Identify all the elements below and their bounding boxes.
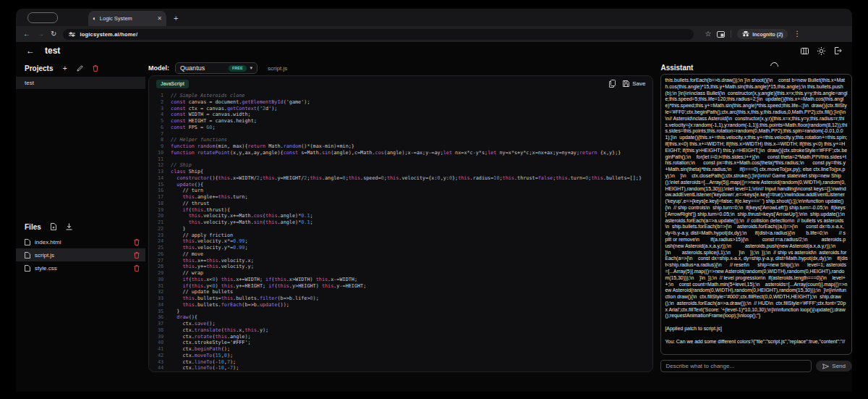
active-file-tab[interactable]: script.js (268, 65, 287, 72)
incognito-label: Incognito (2) (752, 32, 783, 37)
app-body: Projects + test Files (16, 59, 852, 392)
code-line: 7 (149, 131, 652, 138)
code-line: 16 // turn (149, 188, 652, 194)
copy-code-icon[interactable] (609, 80, 616, 88)
line-number: 29 (149, 270, 163, 277)
add-project-icon[interactable]: + (62, 64, 67, 72)
code-line: 15 update(){ (149, 182, 652, 188)
tab-close-icon[interactable]: ✕ (157, 15, 162, 22)
code-line: 5const HEIGHT = canvas.height; (149, 118, 652, 125)
url-bar[interactable]: logicsystem.ai/home/ (63, 29, 694, 40)
line-number: 4 (149, 112, 163, 118)
line-number: 28 (149, 264, 163, 270)
browser-menu-icon[interactable]: ⋮ (793, 30, 801, 38)
forward-icon[interactable]: → (37, 30, 44, 38)
code-line: 9function random(min, max){return Math.r… (149, 143, 652, 150)
incognito-badge[interactable]: Incognito (2) (737, 29, 788, 39)
url-text: logicsystem.ai/home/ (80, 31, 137, 38)
app-root: ← test Projects + (16, 42, 852, 392)
send-icon (822, 364, 829, 369)
line-number: 2 (149, 99, 163, 106)
assistant-input-row: Send (660, 360, 852, 372)
code-line: 33 this.bullets=this.bullets.filter(b=>b… (149, 295, 652, 302)
code-line: 42 ctx.moveTo(15,0); (149, 353, 652, 359)
save-button[interactable]: Save (623, 80, 645, 87)
new-file-icon[interactable] (51, 223, 56, 230)
app-back-icon[interactable]: ← (26, 46, 35, 56)
line-number: 31 (149, 283, 163, 290)
code-line: 13class Ship{ (149, 169, 652, 175)
line-number: 37 (149, 321, 163, 327)
project-item[interactable]: test (16, 77, 145, 89)
code-editor[interactable]: 1// Simple Asteroids clone2const canvas … (149, 91, 652, 371)
send-label: Send (832, 363, 846, 369)
code-line: 27 this.x+=this.velocity.x; (149, 258, 652, 264)
delete-project-icon[interactable] (93, 65, 98, 72)
code-line: 31 if(this.y<0) this.y+=HEIGHT; if(this.… (149, 283, 652, 290)
tab-favicon-icon: ◐ (93, 16, 96, 22)
file-item[interactable]: script.js (16, 248, 145, 261)
file-icon (25, 265, 30, 272)
code-line: 32 // update bullets (149, 289, 652, 295)
code-line: 14 constructor(){this.x=WIDTH/2;this.y=H… (149, 175, 652, 182)
new-tab-button[interactable]: + (174, 14, 178, 22)
editor-header: Model: Quantus FREE ▾ script.js (148, 59, 653, 75)
save-label: Save (632, 80, 645, 87)
line-number: 21 (149, 219, 163, 226)
bookmark-star-icon[interactable]: ☆ (705, 30, 711, 38)
delete-file-icon[interactable] (134, 265, 140, 272)
browser-tabstrip: ◐ Logic System ✕ + (16, 9, 852, 26)
app-header-actions (801, 47, 842, 55)
browser-tab[interactable]: ◐ Logic System ✕ (88, 11, 166, 26)
download-files-icon[interactable] (66, 223, 72, 230)
file-item[interactable]: index.html (16, 235, 145, 248)
send-button[interactable]: Send (816, 361, 852, 371)
side-panel-icon[interactable] (717, 31, 725, 38)
reload-icon[interactable]: ↻ (51, 30, 56, 38)
line-number: 12 (149, 162, 163, 169)
line-number: 19 (149, 207, 163, 214)
editor-column: Model: Quantus FREE ▾ script.js JavaScri… (148, 59, 653, 392)
code-line: 4const WIDTH = canvas.width; (149, 112, 652, 118)
editor-card: JavaScript Save 1// Simple Asteroids c (148, 75, 653, 372)
logout-icon[interactable] (834, 47, 842, 54)
line-number: 6 (149, 125, 163, 131)
line-number: 22 (149, 226, 163, 232)
line-number: 34 (149, 302, 163, 308)
file-item[interactable]: style.css (16, 261, 145, 274)
code-line: 20 this.velocity.x+=Math.cos(this.angle)… (149, 213, 652, 219)
page-title: test (45, 46, 60, 56)
code-line: 8// Helper functions (149, 137, 652, 143)
code-line: 23 // apply friction (149, 232, 652, 239)
code-line: 28 this.y+=this.velocity.y; (149, 264, 652, 270)
delete-file-icon[interactable] (134, 252, 140, 259)
line-number: 32 (149, 289, 163, 295)
delete-file-icon[interactable] (134, 239, 140, 245)
model-dropdown[interactable]: Quantus FREE ▾ (175, 62, 258, 74)
code-line: 18 // thrust (149, 201, 652, 207)
code-line: 30 if(this.x<0) this.x+=WIDTH; if(this.x… (149, 277, 652, 283)
assistant-panel: Assistant this.bullets.forEach(b=>b.draw… (660, 59, 852, 392)
theme-sun-icon[interactable] (817, 47, 825, 55)
incognito-icon (742, 31, 749, 37)
layout-columns-icon[interactable] (801, 48, 809, 54)
assistant-input[interactable] (660, 360, 812, 372)
line-number: 40 (149, 340, 163, 346)
line-number: 9 (149, 143, 163, 150)
tab-title: Logic System (100, 15, 153, 22)
browser-window-controls-icon[interactable] (27, 12, 58, 23)
code-line: 29 // wrap (149, 270, 652, 277)
app-header: ← test (16, 42, 852, 59)
line-number: 11 (149, 156, 163, 163)
line-number: 7 (149, 131, 163, 138)
back-icon[interactable]: ← (23, 30, 30, 38)
file-name: script.js (35, 252, 129, 259)
file-icon (25, 252, 30, 259)
line-number: 41 (149, 346, 163, 353)
edit-project-icon[interactable] (77, 65, 83, 72)
site-info-icon[interactable] (69, 31, 75, 38)
line-number: 44 (149, 365, 163, 371)
file-name: index.html (35, 239, 129, 245)
assistant-output[interactable]: this.bullets.forEach(b=>b.draw());\n }\n… (660, 74, 852, 355)
projects-list: test (16, 77, 145, 89)
